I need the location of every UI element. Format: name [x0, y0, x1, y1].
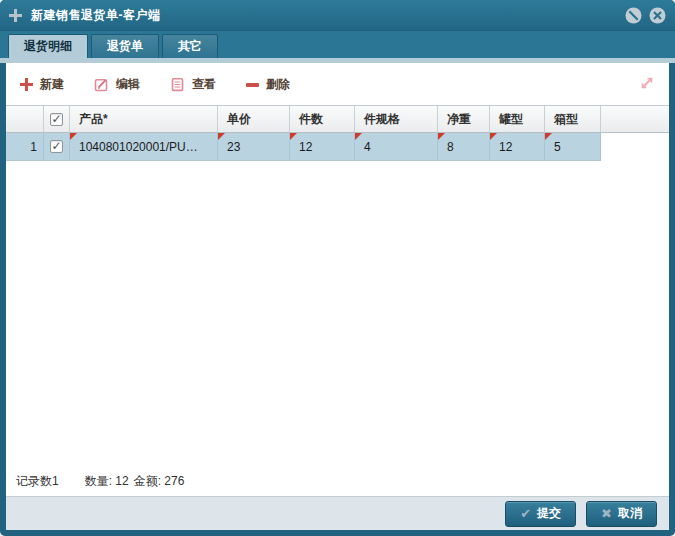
can-type-value: 12	[499, 140, 512, 154]
net-weight-cell[interactable]: 8	[438, 133, 490, 161]
prohibit-icon[interactable]	[625, 7, 642, 24]
minus-icon	[246, 78, 259, 91]
return-items-grid: ✓ 产品* 单价 件数 件规格 净重 罐型 箱型 1 ✓ 10408010200…	[6, 105, 669, 161]
piece-count-cell[interactable]: 12	[290, 133, 355, 161]
close-icon[interactable]	[649, 7, 666, 24]
plus-icon	[9, 9, 22, 22]
row-number-cell: 1	[6, 133, 44, 161]
dirty-cell-marker	[290, 133, 297, 140]
can-type-cell[interactable]: 12	[490, 133, 545, 161]
plus-icon	[20, 78, 33, 91]
header-net-weight[interactable]: 净重	[438, 106, 490, 132]
dialog-content: 新建 编辑 查看 删除	[6, 63, 669, 530]
header-unit-price[interactable]: 单价	[218, 106, 290, 132]
check-icon: ✔	[520, 506, 531, 521]
view-row-label: 查看	[192, 76, 216, 93]
header-piece-spec[interactable]: 件规格	[355, 106, 438, 132]
dialog-title: 新建销售退货单-客户端	[31, 7, 161, 24]
header-can-type[interactable]: 罐型	[490, 106, 545, 132]
row-filler	[601, 133, 669, 161]
edit-row-label: 编辑	[116, 76, 140, 93]
new-row-button[interactable]: 新建	[20, 76, 64, 93]
select-all-checkbox[interactable]: ✓	[50, 113, 63, 126]
box-type-cell[interactable]: 5	[545, 133, 601, 161]
header-row-number	[6, 106, 44, 132]
net-weight-value: 8	[447, 140, 454, 154]
piece-spec-cell[interactable]: 4	[355, 133, 438, 161]
dirty-cell-marker	[490, 133, 497, 140]
grid-header-row: ✓ 产品* 单价 件数 件规格 净重 罐型 箱型	[6, 105, 669, 133]
piece-spec-value: 4	[364, 140, 371, 154]
new-sales-return-dialog: 新建销售退货单-客户端 退货明细 退货单 其它 新建	[0, 0, 675, 536]
submit-label: 提交	[537, 505, 561, 522]
dirty-cell-marker	[438, 133, 445, 140]
cancel-label: 取消	[618, 505, 642, 522]
grid-empty-area	[6, 161, 669, 466]
submit-button[interactable]: ✔ 提交	[505, 501, 576, 527]
pencil-square-icon	[94, 77, 109, 92]
header-product[interactable]: 产品*	[70, 106, 218, 132]
footer-bar: ✔ 提交 ✖ 取消	[6, 496, 669, 530]
table-row: 1 ✓ 1040801020001/PU… 23 12	[6, 133, 669, 161]
tab-bar: 退货明细 退货单 其它	[0, 30, 675, 58]
unit-price-value: 23	[227, 140, 240, 154]
header-select-all: ✓	[44, 106, 70, 132]
document-list-icon	[170, 77, 185, 92]
dirty-cell-marker	[545, 133, 552, 140]
status-bar: 记录数1 数量: 12 金额: 276	[6, 466, 669, 496]
expand-icon[interactable]	[639, 75, 655, 91]
record-count: 记录数1	[16, 473, 59, 490]
product-cell[interactable]: 1040801020001/PU…	[70, 133, 218, 161]
view-row-button[interactable]: 查看	[170, 76, 216, 93]
header-filler	[601, 106, 669, 132]
amount-total: 金额: 276	[134, 473, 185, 490]
row-select-cell: ✓	[44, 133, 70, 161]
dirty-cell-marker	[218, 133, 225, 140]
quantity-total: 数量: 12	[85, 473, 129, 490]
header-box-type[interactable]: 箱型	[545, 106, 601, 132]
piece-count-value: 12	[299, 140, 312, 154]
delete-row-label: 删除	[266, 76, 290, 93]
unit-price-cell[interactable]: 23	[218, 133, 290, 161]
grid-toolbar: 新建 编辑 查看 删除	[6, 63, 669, 105]
cancel-button[interactable]: ✖ 取消	[586, 501, 657, 527]
dirty-cell-marker	[70, 133, 77, 140]
edit-row-button[interactable]: 编辑	[94, 76, 140, 93]
delete-row-button[interactable]: 删除	[246, 76, 290, 93]
tab-return-detail[interactable]: 退货明细	[8, 34, 88, 58]
new-row-label: 新建	[40, 76, 64, 93]
x-icon: ✖	[601, 506, 612, 521]
header-piece-count[interactable]: 件数	[290, 106, 355, 132]
product-value: 1040801020001/PU…	[79, 140, 198, 154]
dialog-titlebar[interactable]: 新建销售退货单-客户端	[0, 0, 675, 30]
box-type-value: 5	[554, 140, 561, 154]
tab-return-order[interactable]: 退货单	[91, 34, 159, 58]
dirty-cell-marker	[355, 133, 362, 140]
tab-other[interactable]: 其它	[162, 34, 218, 58]
row-checkbox[interactable]: ✓	[50, 140, 63, 153]
